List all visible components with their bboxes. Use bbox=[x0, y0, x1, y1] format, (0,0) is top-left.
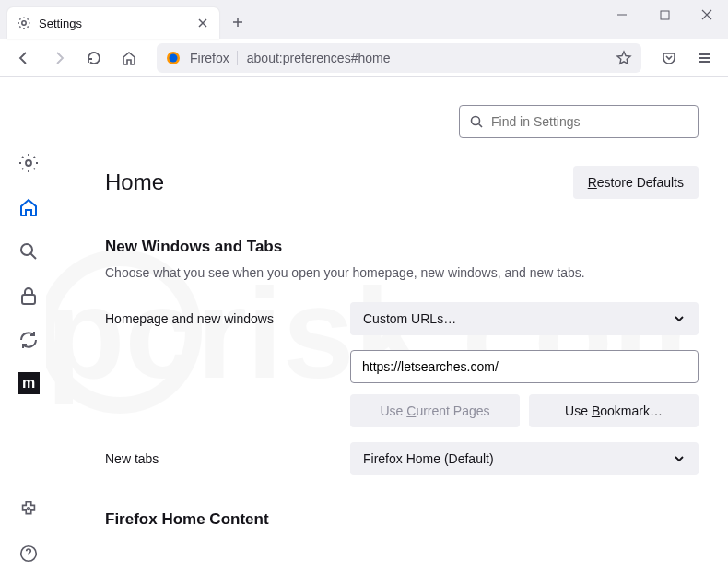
restore-defaults-button[interactable]: Restore Defaults bbox=[573, 166, 699, 199]
sidebar-home-icon[interactable] bbox=[17, 195, 41, 219]
homepage-label: Homepage and new windows bbox=[105, 311, 335, 326]
homepage-select-value: Custom URLs… bbox=[363, 311, 456, 326]
homepage-url-input[interactable] bbox=[350, 350, 699, 383]
section-firefox-home-title: Firefox Home Content bbox=[105, 510, 699, 529]
gear-icon bbox=[17, 16, 31, 30]
search-input[interactable] bbox=[491, 114, 688, 129]
section-new-windows-desc: Choose what you see when you open your h… bbox=[105, 265, 699, 280]
svg-point-7 bbox=[21, 244, 32, 255]
newtabs-select-value: Firefox Home (Default) bbox=[363, 451, 494, 466]
maximize-button[interactable] bbox=[643, 0, 686, 29]
svg-point-11 bbox=[472, 117, 480, 125]
svg-point-6 bbox=[26, 160, 31, 166]
tab-title: Settings bbox=[39, 17, 188, 30]
search-icon bbox=[469, 114, 484, 129]
home-button[interactable] bbox=[114, 43, 144, 73]
close-window-button[interactable] bbox=[686, 0, 728, 29]
reload-button[interactable] bbox=[79, 43, 109, 73]
new-tab-button[interactable] bbox=[225, 9, 251, 35]
svg-point-9 bbox=[28, 508, 30, 510]
bookmark-star-icon[interactable] bbox=[616, 50, 632, 66]
menu-button[interactable] bbox=[689, 43, 719, 73]
page-title: Home bbox=[105, 169, 164, 195]
sidebar-general-icon[interactable] bbox=[17, 151, 41, 175]
urlbar-url: about:preferences#home bbox=[247, 51, 606, 65]
newtabs-label: New tabs bbox=[105, 451, 335, 466]
forward-button[interactable] bbox=[44, 43, 74, 73]
section-new-windows-title: New Windows and Tabs bbox=[105, 238, 699, 256]
sidebar-mozilla-icon[interactable]: m bbox=[18, 372, 40, 394]
urlbar-identity: Firefox bbox=[190, 51, 238, 65]
browser-tab[interactable]: Settings bbox=[7, 7, 219, 39]
back-button[interactable] bbox=[9, 43, 39, 73]
sidebar-extensions-icon[interactable] bbox=[17, 497, 41, 521]
svg-rect-3 bbox=[661, 11, 669, 19]
sidebar-privacy-icon[interactable] bbox=[17, 284, 41, 308]
pocket-button[interactable] bbox=[654, 43, 684, 73]
titlebar: Settings bbox=[0, 0, 728, 39]
close-icon[interactable] bbox=[195, 16, 210, 30]
settings-main: Home Restore Defaults New Windows and Ta… bbox=[57, 77, 728, 584]
url-bar[interactable]: Firefox about:preferences#home bbox=[157, 43, 641, 73]
chevron-down-icon bbox=[673, 312, 686, 325]
toolbar: Firefox about:preferences#home bbox=[0, 39, 728, 77]
chevron-down-icon bbox=[673, 452, 686, 465]
sidebar-help-icon[interactable] bbox=[17, 542, 41, 566]
sidebar-sync-icon[interactable] bbox=[17, 328, 41, 352]
svg-point-2 bbox=[22, 21, 26, 25]
svg-point-5 bbox=[170, 53, 178, 62]
window-controls bbox=[601, 0, 728, 39]
use-bookmark-button[interactable]: Use Bookmark… bbox=[529, 394, 699, 427]
settings-search[interactable] bbox=[459, 105, 699, 138]
newtabs-select[interactable]: Firefox Home (Default) bbox=[350, 442, 699, 475]
svg-rect-8 bbox=[22, 295, 35, 304]
firefox-icon bbox=[166, 51, 181, 65]
settings-sidebar: m bbox=[0, 77, 57, 584]
minimize-button[interactable] bbox=[601, 0, 643, 29]
sidebar-search-icon[interactable] bbox=[17, 239, 41, 263]
homepage-select[interactable]: Custom URLs… bbox=[350, 302, 699, 335]
use-current-pages-button[interactable]: Use Current Pages bbox=[350, 394, 520, 427]
